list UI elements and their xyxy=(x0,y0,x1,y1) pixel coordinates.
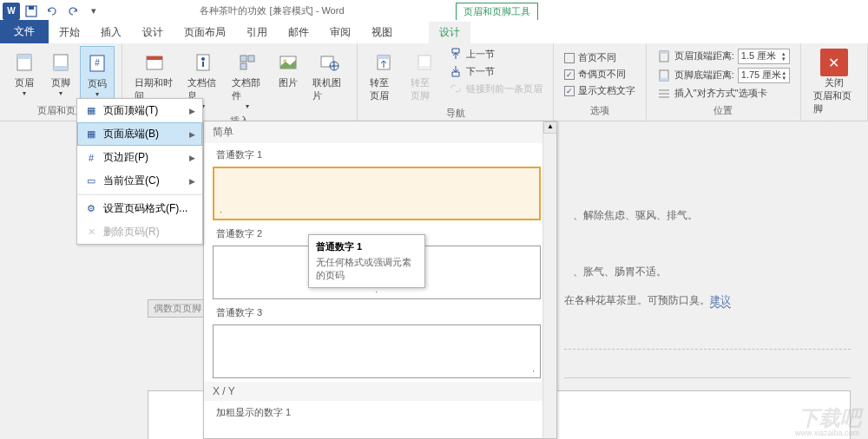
page-margins-icon: # xyxy=(84,151,98,165)
svg-rect-21 xyxy=(378,56,390,59)
svg-rect-23 xyxy=(418,66,431,69)
footer-divider xyxy=(564,349,851,350)
gallery-item-3[interactable]: · xyxy=(213,324,541,378)
header-button[interactable]: 页眉▾ xyxy=(7,46,42,102)
show-text-checkbox[interactable]: ✓显示文档文字 xyxy=(561,83,639,98)
gallery-tooltip: 普通数字 1 无任何格式或强调元素的页码 xyxy=(308,234,425,288)
dd-remove[interactable]: ✕删除页码(R) xyxy=(77,220,202,244)
tab-hf-design[interactable]: 设计 xyxy=(429,22,470,43)
watermark-url: www.xiazaiba.com xyxy=(795,429,859,437)
dd-page-bottom[interactable]: ▦页面底端(B)▶ xyxy=(77,122,202,146)
contextual-tab-label: 页眉和页脚工具 xyxy=(456,3,538,20)
page-gap xyxy=(564,377,851,378)
document-title: 各种茶叶的功效 [兼容模式] - Word xyxy=(106,4,438,17)
prev-section-button[interactable]: 上一节 xyxy=(445,46,546,62)
group-position-label: 位置 xyxy=(654,102,793,119)
format-icon: ⚙ xyxy=(84,202,98,216)
svg-rect-15 xyxy=(240,63,247,69)
tab-file[interactable]: 文件 xyxy=(0,20,49,43)
svg-text:#: # xyxy=(95,58,100,68)
svg-point-11 xyxy=(201,57,205,61)
doc-text-3: 在各种花草茶里。可预防口臭。建议 xyxy=(564,293,731,308)
word-icon: W xyxy=(3,3,20,20)
tab-view[interactable]: 视图 xyxy=(361,22,403,43)
online-pic-button[interactable]: 联机图片 xyxy=(307,46,350,113)
svg-rect-13 xyxy=(240,56,247,62)
footer-distance-icon xyxy=(657,69,671,82)
tab-design[interactable]: 设计 xyxy=(132,22,174,43)
close-icon: ✕ xyxy=(820,49,848,76)
dd-current-pos[interactable]: ▭当前位置(C)▶ xyxy=(77,169,202,193)
svg-rect-27 xyxy=(660,78,668,81)
qat-more-button[interactable]: ▾ xyxy=(84,2,103,21)
diff-first-checkbox[interactable]: 首页不同 xyxy=(561,50,639,65)
goto-footer-label: 转至页脚 xyxy=(411,76,438,102)
docparts-label: 文档部件 xyxy=(232,76,264,102)
undo-button[interactable] xyxy=(43,2,62,21)
tooltip-title: 普通数字 1 xyxy=(316,240,418,253)
remove-icon: ✕ xyxy=(84,226,98,239)
svg-rect-18 xyxy=(321,56,333,67)
gallery-item-4-label: 加粗显示的数字 1 xyxy=(213,401,541,423)
save-button[interactable] xyxy=(22,2,41,21)
dd-page-top[interactable]: ▦页面顶端(T)▶ xyxy=(77,99,202,122)
header-distance-icon xyxy=(657,49,671,63)
group-position: 页眉顶端距离: 1.5 厘米▲▼ 页脚底端距离: 1.75 厘米▲▼ 插入"对齐… xyxy=(647,43,801,121)
online-pic-label: 联机图片 xyxy=(312,76,345,102)
tab-mail[interactable]: 邮件 xyxy=(278,22,319,43)
page-bottom-icon: ▦ xyxy=(84,128,98,141)
gallery-item-3-label: 普通数字 3 xyxy=(213,301,541,323)
tab-references[interactable]: 引用 xyxy=(236,22,278,43)
dd-format[interactable]: ⚙设置页码格式(F)... xyxy=(77,197,202,220)
group-options: 首页不同 ✓奇偶页不同 ✓显示文档文字 选项 xyxy=(554,43,647,121)
tab-home[interactable]: 开始 xyxy=(49,22,90,43)
gallery-item-1[interactable]: · xyxy=(213,167,541,220)
tooltip-body: 无任何格式或强调元素的页码 xyxy=(316,256,418,282)
tab-insert[interactable]: 插入 xyxy=(90,22,132,43)
dd-page-margins[interactable]: #页边距(P)▶ xyxy=(77,146,202,169)
header-distance-spinner[interactable]: 1.5 厘米▲▼ xyxy=(738,49,790,64)
page-number-button[interactable]: # 页码▾ xyxy=(80,46,115,102)
svg-rect-5 xyxy=(54,66,68,70)
scroll-up-icon[interactable]: ▲ xyxy=(543,121,557,134)
header-label: 页眉 xyxy=(15,76,34,89)
gallery-scrollbar[interactable]: ▲ xyxy=(542,121,556,438)
link-previous-button[interactable]: 链接到前一条页眉 xyxy=(445,81,546,96)
doc-text-1: 、解除焦虑、驱风、排气。 xyxy=(573,208,698,223)
group-options-label: 选项 xyxy=(561,102,639,119)
close-hf-button[interactable]: ✕ 关闭 页眉和页脚 xyxy=(808,46,860,118)
group-nav-label: 导航 xyxy=(365,105,545,121)
even-footer-tag: 偶数页页脚 xyxy=(148,299,207,318)
group-navigation: 转至页眉 转至页脚 上一节 下一节 链接到前一条页眉 导航 xyxy=(358,43,553,121)
svg-rect-12 xyxy=(202,62,204,67)
gallery-section-simple: 简单 xyxy=(204,121,556,143)
picture-button[interactable]: 图片 xyxy=(271,46,306,113)
titlebar: W ▾ 各种茶叶的功效 [兼容模式] - Word 页眉和页脚工具 xyxy=(0,0,868,22)
svg-rect-3 xyxy=(17,55,31,59)
goto-header-label: 转至页眉 xyxy=(370,76,398,102)
current-pos-icon: ▭ xyxy=(84,174,98,188)
footer-label: 页脚 xyxy=(51,76,70,89)
page-number-dropdown: ▦页面顶端(T)▶ ▦页面底端(B)▶ #页边距(P)▶ ▭当前位置(C)▶ ⚙… xyxy=(76,98,203,245)
gallery-item-1-label: 普通数字 1 xyxy=(213,143,541,165)
svg-rect-25 xyxy=(660,51,668,54)
footer-distance-spinner[interactable]: 1.75 厘米▲▼ xyxy=(738,68,790,83)
header-distance-row: 页眉顶端距离: 1.5 厘米▲▼ xyxy=(654,48,793,65)
tab-layout[interactable]: 页面布局 xyxy=(174,22,236,43)
insert-align-button[interactable]: 插入"对齐方式"选项卡 xyxy=(654,86,793,102)
doc-text-2: 、胀气、肠胃不适。 xyxy=(573,265,667,279)
quick-access-toolbar: W ▾ xyxy=(0,2,106,21)
page-number-label: 页码 xyxy=(88,77,107,90)
picture-label: 图片 xyxy=(279,76,298,89)
redo-button[interactable] xyxy=(63,2,82,21)
tab-review[interactable]: 审阅 xyxy=(319,22,361,43)
footer-button[interactable]: 页脚▾ xyxy=(43,46,78,102)
page-top-icon: ▦ xyxy=(84,104,98,118)
ribbon-tabs: 文件 开始 插入 设计 页面布局 引用 邮件 审阅 视图 设计 xyxy=(0,22,868,43)
goto-header-button[interactable]: 转至页眉 xyxy=(365,46,403,105)
goto-footer-button[interactable]: 转至页脚 xyxy=(405,46,444,105)
next-section-button[interactable]: 下一节 xyxy=(445,63,546,79)
group-close: ✕ 关闭 页眉和页脚 关闭 xyxy=(801,43,868,121)
docparts-button[interactable]: 文档部件▾ xyxy=(227,46,269,113)
diff-oddeven-checkbox[interactable]: ✓奇偶页不同 xyxy=(561,67,639,82)
